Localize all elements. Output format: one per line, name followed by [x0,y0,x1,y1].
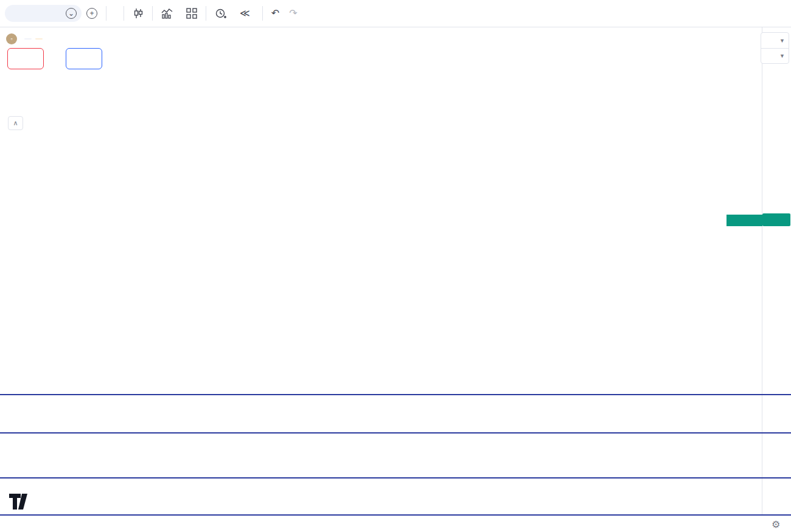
chart-style-button[interactable] [128,4,148,23]
sell-button[interactable] [7,48,44,69]
collapse-legend-button[interactable]: ∧ [8,116,23,130]
top-toolbar: ⌄ + [0,0,791,27]
instrument-logo: ▫ [6,33,17,44]
last-price-tag [762,213,790,226]
indicators-button[interactable] [156,4,181,23]
compare-add-button[interactable]: + [82,4,102,23]
pane-separator[interactable] [0,477,791,478]
replay-icon: ≪ [240,9,250,18]
candlestick-icon [133,8,144,19]
buy-button[interactable] [66,48,102,69]
alert-button[interactable] [210,4,235,23]
interval-badge [35,38,43,40]
symbol-search-box[interactable]: ⌄ [5,5,82,22]
undo-button[interactable]: ↶ [267,4,284,23]
grid-layout-icon [186,8,197,19]
plus-icon: + [86,8,97,19]
time-axis[interactable] [0,516,791,532]
trade-panel [7,48,102,69]
unit-weight-select[interactable]: ▼ [761,48,789,63]
symbol-legend[interactable]: ▫ [6,33,66,44]
symbol-switch-icon[interactable]: ⌄ [66,8,77,19]
layout-templates-button[interactable] [181,4,202,23]
replay-button[interactable]: ≪ [235,4,259,23]
tradingview-app: ⌄ + [0,0,791,532]
contract-tag [727,215,762,226]
chart-canvas[interactable] [0,0,791,532]
pane-separator[interactable] [0,432,791,434]
price-unit-box: ▼ ▼ [761,32,789,64]
pane-separator[interactable] [0,514,791,516]
pane-separator[interactable] [0,394,791,395]
legend-minimize-button[interactable] [24,38,32,40]
chevron-down-icon: ▼ [779,53,785,59]
undo-icon: ↶ [271,9,279,18]
time-axis-settings-gear-icon[interactable]: ⚙ [772,519,780,530]
spread-value [44,58,66,60]
unit-currency-select[interactable]: ▼ [761,33,789,48]
interval-button[interactable] [110,4,120,23]
indicators-icon [161,9,173,19]
price-axis[interactable] [762,27,791,516]
alert-clock-icon [215,8,226,19]
tradingview-logo [9,492,33,511]
redo-icon: ↷ [289,9,297,18]
redo-button[interactable]: ↷ [284,4,302,23]
chevron-down-icon: ▼ [779,38,785,44]
